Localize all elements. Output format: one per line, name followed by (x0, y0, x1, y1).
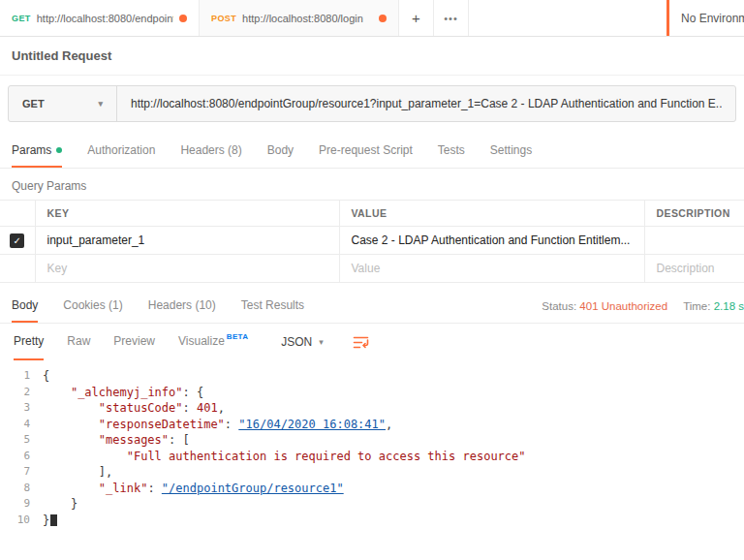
method-badge-get: GET (12, 14, 31, 23)
method-badge-post: POST (211, 14, 236, 23)
response-tab-body[interactable]: Body (12, 289, 38, 323)
tab-settings[interactable]: Settings (490, 134, 532, 168)
code-line: 6 "Full authentication is required to ac… (0, 449, 744, 465)
code-line: 3 "statusCode": 401, (0, 400, 744, 417)
line-number: 1 (0, 368, 43, 385)
code-text: ], (43, 464, 112, 481)
line-number: 3 (0, 400, 43, 417)
param-enabled-checkbox[interactable]: ✓ (10, 233, 24, 248)
param-key-cell[interactable]: input_parameter_1 (35, 227, 339, 255)
code-line: 1{ (0, 368, 744, 385)
wrap-lines-icon (353, 335, 369, 350)
tab-headers[interactable]: Headers (8) (180, 134, 241, 168)
tab-url-text: http://localhost:8080/login (242, 13, 373, 24)
unsaved-changes-dot-icon (179, 15, 187, 22)
tab-url-text: http://localhost:8080/endpoint... (37, 13, 173, 24)
query-params-table: KEY VALUE DESCRIPTION ✓ input_parameter_… (0, 200, 744, 283)
query-params-heading: Query Params (0, 169, 744, 200)
params-header-row: KEY VALUE DESCRIPTION (0, 201, 744, 227)
code-text: "Full authentication is required to acce… (43, 449, 526, 465)
tab-pre-request-script[interactable]: Pre-request Script (319, 134, 413, 168)
checkbox-column-header (0, 201, 35, 227)
code-text: "responseDatetime": "16/04/2020 16:08:41… (43, 417, 392, 433)
ellipsis-icon: ••• (444, 13, 458, 24)
line-number: 10 (0, 513, 43, 529)
beta-badge: BETA (227, 324, 248, 341)
response-view-bar: Pretty Raw Preview Visualize BETA JSON ▾ (0, 324, 744, 360)
new-param-row: Key Value Description (0, 255, 744, 283)
code-line: 8 "_link": "/endpointGroup/resource1" (0, 481, 744, 497)
time-value: 2.18 s (714, 300, 744, 312)
view-tab-raw[interactable]: Raw (67, 324, 90, 360)
workspace-tab-bar: GET http://localhost:8080/endpoint... PO… (0, 0, 744, 37)
request-title[interactable]: Untitled Request (12, 48, 111, 63)
new-tab-button[interactable]: + (399, 0, 434, 36)
environment-label: No Environment (681, 12, 744, 25)
tab-label: Test Results (241, 298, 304, 312)
tab-label: Body (12, 298, 38, 312)
line-number: 9 (0, 496, 43, 513)
code-line: 10} (0, 513, 744, 529)
status-label: Status: (542, 300, 576, 312)
request-title-row: Untitled Request (0, 37, 744, 76)
language-dropdown[interactable]: JSON ▾ (281, 335, 324, 349)
key-column-header: KEY (35, 201, 339, 227)
view-tab-preview[interactable]: Preview (113, 324, 155, 360)
method-dropdown[interactable]: GET ▾ (9, 86, 117, 121)
tab-label: Pre-request Script (319, 143, 413, 157)
plus-icon: + (412, 10, 420, 26)
value-column-header: VALUE (339, 201, 644, 227)
line-number: 2 (0, 385, 43, 401)
tab-params[interactable]: Params (12, 134, 62, 168)
tab-label: Tests (438, 143, 465, 157)
url-input[interactable]: http://localhost:8080/endpointGroup/reso… (117, 86, 735, 121)
new-param-value-cell[interactable]: Value (339, 255, 644, 283)
open-request-tab-post[interactable]: POST http://localhost:8080/login (200, 0, 399, 36)
line-number: 8 (0, 481, 43, 497)
param-description-cell[interactable] (644, 227, 744, 255)
unsaved-changes-dot-icon (379, 15, 387, 22)
tab-label: Pretty (14, 334, 44, 348)
code-line: 7 ], (0, 464, 744, 481)
wrap-lines-button[interactable] (353, 335, 369, 350)
tab-label: Headers (10) (148, 298, 216, 312)
status-badge: 401 Unauthorized (579, 300, 667, 312)
line-number: 4 (0, 417, 43, 433)
param-value-cell[interactable]: Case 2 - LDAP Authentication and Functio… (339, 227, 644, 255)
environment-selector[interactable]: No Environment (666, 0, 744, 36)
description-column-header: DESCRIPTION (644, 201, 744, 227)
tab-label: Settings (490, 143, 532, 157)
code-text: } (43, 496, 78, 513)
code-line: 9 } (0, 496, 744, 513)
response-tab-headers[interactable]: Headers (10) (148, 289, 216, 323)
tab-label: Cookies (1) (63, 298, 122, 312)
code-line: 2 "_alchemyj_info": { (0, 385, 744, 401)
view-tab-pretty[interactable]: Pretty (14, 324, 44, 360)
text-cursor (50, 514, 57, 526)
view-tab-visualize[interactable]: Visualize BETA (178, 324, 248, 360)
open-request-tab-get[interactable]: GET http://localhost:8080/endpoint... (0, 0, 200, 36)
new-param-description-cell[interactable]: Description (644, 255, 744, 283)
response-tab-cookies[interactable]: Cookies (1) (63, 289, 122, 323)
url-text: http://localhost:8080/endpointGroup/reso… (131, 97, 722, 110)
params-indicator-dot-icon (56, 147, 62, 153)
request-builder: GET ▾ http://localhost:8080/endpointGrou… (0, 76, 744, 134)
tab-label: Authorization (87, 143, 155, 157)
new-param-key-cell[interactable]: Key (35, 255, 339, 283)
tab-label: Headers (8) (180, 143, 241, 157)
response-meta: Status: 401 Unauthorized Time: 2.18 s (542, 289, 744, 323)
tab-label: Preview (113, 334, 155, 348)
code-text: "statusCode": 401, (43, 400, 225, 417)
tab-options-button[interactable]: ••• (434, 0, 469, 36)
request-tabs: Params Authorization Headers (8) Body Pr… (0, 134, 744, 169)
method-value: GET (22, 98, 45, 109)
code-line: 5 "messages": [ (0, 432, 744, 449)
response-body-code: 1{2 "_alchemyj_info": {3 "statusCode": 4… (0, 360, 744, 528)
tab-body[interactable]: Body (267, 134, 294, 168)
time-label: Time: (683, 300, 710, 312)
tab-tests[interactable]: Tests (438, 134, 465, 168)
new-param-checkbox-cell (0, 255, 35, 283)
code-text: "_link": "/endpointGroup/resource1" (43, 481, 344, 497)
tab-authorization[interactable]: Authorization (87, 134, 155, 168)
response-tab-test-results[interactable]: Test Results (241, 289, 304, 323)
